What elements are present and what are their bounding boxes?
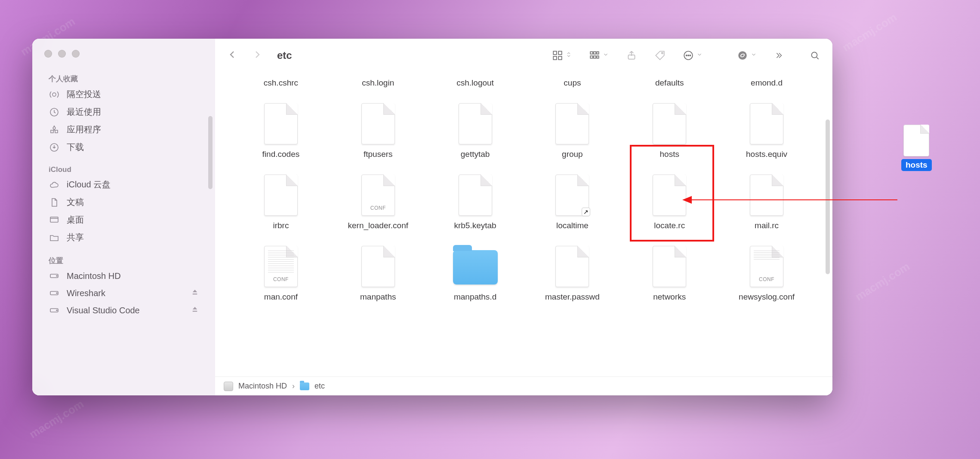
sidebar-item-desktop[interactable]: 桌面 [43, 211, 205, 229]
file-icon [750, 103, 783, 144]
sidebar-item-wireshark[interactable]: Wireshark [43, 285, 205, 302]
file-icon [361, 103, 395, 144]
file-item-kern-loader-conf[interactable]: kern_loader.conf [330, 170, 427, 241]
file-item-networks[interactable]: networks [621, 242, 718, 312]
file-label: defaults [655, 78, 684, 88]
file-item-irbrc[interactable]: irbrc [232, 170, 330, 241]
svg-point-21 [662, 52, 663, 53]
sidebar-item-label: 应用程序 [67, 124, 101, 135]
file-icon [750, 174, 783, 216]
file-label: csh.logout [456, 78, 494, 88]
file-label: cups [564, 78, 581, 88]
shared-folder-icon [49, 232, 60, 243]
sidebar-item-applications[interactable]: 应用程序 [43, 121, 205, 138]
sync-status-button[interactable] [737, 50, 757, 61]
file-item-manpaths[interactable]: manpaths [330, 242, 427, 312]
share-button[interactable] [626, 50, 637, 61]
svg-point-25 [690, 55, 690, 55]
sidebar-item-downloads[interactable]: 下载 [43, 138, 205, 156]
folder-icon [453, 250, 498, 285]
file-item-csh-cshrc[interactable]: csh.cshrc [232, 72, 330, 98]
file-item-krb5-keytab[interactable]: krb5.keytab [427, 170, 524, 241]
file-label: master.passwd [545, 292, 600, 302]
path-segment[interactable]: Macintosh HD [238, 382, 287, 391]
search-button[interactable] [809, 50, 820, 61]
disk-icon [49, 288, 60, 299]
svg-rect-16 [597, 52, 598, 54]
file-item-find-codes[interactable]: find.codes [232, 99, 330, 169]
file-item-locate-rc[interactable]: locate.rc [621, 170, 718, 241]
file-label: krb5.keytab [454, 221, 496, 230]
file-item-man-conf[interactable]: man.conf [232, 242, 330, 312]
sidebar-item-macintosh-hd[interactable]: Macintosh HD [43, 267, 205, 285]
sidebar-item-label: 下载 [67, 141, 84, 153]
tag-button[interactable] [654, 50, 666, 61]
file-icon [555, 246, 589, 287]
content-scrollbar[interactable] [826, 119, 830, 274]
view-mode-button[interactable] [552, 50, 572, 61]
svg-rect-10 [553, 51, 557, 55]
sidebar-item-shared[interactable]: 共享 [43, 229, 205, 246]
minimize-button[interactable] [58, 50, 66, 58]
file-item-csh-login[interactable]: csh.login [330, 72, 427, 98]
desktop-file-label: hosts [901, 159, 932, 171]
file-item-mail-rc[interactable]: mail.rc [718, 170, 815, 241]
file-label: csh.login [362, 78, 394, 88]
folder-item-cups[interactable]: cups [524, 72, 621, 98]
document-icon [49, 197, 60, 208]
file-icon [264, 246, 298, 287]
file-item-ftpusers[interactable]: ftpusers [330, 99, 427, 169]
file-icon [264, 103, 298, 144]
sidebar-item-label: 最近使用 [67, 106, 101, 118]
sidebar-heading: iCloud [43, 163, 205, 176]
sidebar-item-label: 桌面 [67, 214, 84, 226]
overflow-button[interactable] [774, 51, 783, 60]
file-item-master-passwd[interactable]: master.passwd [524, 242, 621, 312]
sidebar-item-label: Wireshark [67, 288, 105, 298]
path-segment[interactable]: etc [314, 382, 325, 391]
file-item-localtime[interactable]: localtime [524, 170, 621, 241]
svg-point-27 [811, 52, 817, 58]
file-icon [653, 103, 686, 144]
sidebar-item-label: Macintosh HD [67, 271, 121, 281]
file-label: hosts [660, 150, 679, 159]
desktop-file-hosts[interactable]: hosts [901, 125, 932, 171]
sidebar-heading: 个人收藏 [43, 71, 205, 86]
sidebar-item-airdrop[interactable]: 隔空投送 [43, 86, 205, 103]
chevron-down-icon [603, 52, 609, 59]
sidebar-scrollbar[interactable] [208, 116, 213, 189]
file-item-hosts[interactable]: hosts [621, 99, 718, 169]
more-actions-button[interactable] [683, 50, 703, 61]
group-by-button[interactable] [589, 50, 609, 61]
svg-point-23 [686, 55, 687, 55]
file-item-group[interactable]: group [524, 99, 621, 169]
watermark: macmj.com [840, 10, 900, 54]
sidebar: 个人收藏 隔空投送 最近使用 应用程序 下载 iCloud [32, 39, 215, 395]
file-icon [903, 125, 929, 156]
sidebar-item-vscode[interactable]: Visual Studio Code [43, 302, 205, 319]
svg-rect-13 [558, 56, 562, 60]
file-icon [653, 174, 686, 216]
zoom-button[interactable] [72, 50, 80, 58]
eject-icon[interactable] [191, 288, 199, 298]
forward-button[interactable] [252, 49, 262, 62]
folder-item-manpaths-d[interactable]: manpaths.d [427, 242, 524, 312]
sidebar-item-recents[interactable]: 最近使用 [43, 103, 205, 121]
svg-point-5 [56, 275, 57, 276]
file-label: kern_loader.conf [348, 221, 408, 230]
close-button[interactable] [44, 50, 52, 58]
file-item-hosts-equiv[interactable]: hosts.equiv [718, 99, 815, 169]
svg-rect-14 [590, 52, 592, 54]
file-item-newsyslog-conf[interactable]: newsyslog.conf [718, 242, 815, 312]
sidebar-item-documents[interactable]: 文稿 [43, 193, 205, 211]
file-grid: csh.cshrccsh.logincsh.logoutcupsdefaults… [215, 72, 832, 376]
folder-item-emond-d[interactable]: emond.d [718, 72, 815, 98]
file-item-csh-logout[interactable]: csh.logout [427, 72, 524, 98]
folder-item-defaults[interactable]: defaults [621, 72, 718, 98]
svg-point-24 [688, 55, 689, 55]
svg-rect-18 [594, 56, 596, 58]
back-button[interactable] [227, 49, 237, 62]
eject-icon[interactable] [191, 306, 199, 315]
file-item-gettytab[interactable]: gettytab [427, 99, 524, 169]
sidebar-item-icloud-drive[interactable]: iCloud 云盘 [43, 176, 205, 193]
